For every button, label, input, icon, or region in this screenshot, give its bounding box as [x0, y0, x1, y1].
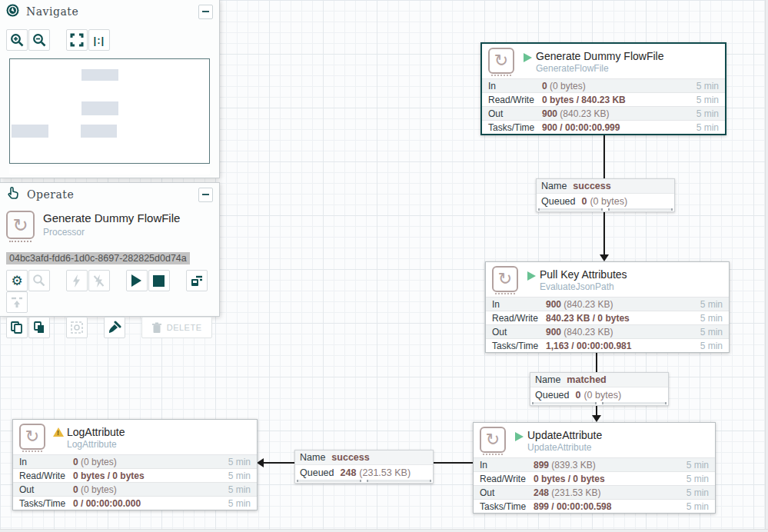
stat-row-in: In 0 (0 bytes) 5 min: [13, 454, 257, 468]
navigate-title: Navigate: [26, 5, 198, 18]
stat-row-tasks-time: Tasks/Time 0 / 00:00:00.000 5 min: [13, 496, 257, 510]
warning-status-icon: [53, 427, 64, 437]
selected-component-kind: Processor: [43, 227, 85, 238]
connection-queued-size: (231.53 KB): [359, 467, 411, 478]
component-uuid[interactable]: 04bc3afd-fdd6-1d0c-8697-282825d0d74a: [6, 252, 190, 264]
stat-window: 5 min: [700, 299, 723, 310]
stat-label: In: [480, 460, 534, 470]
stat-label: Read/Write: [19, 470, 73, 481]
provenance-button[interactable]: [28, 270, 50, 291]
minimap-block: [81, 101, 118, 115]
processor-icon: ↻: [19, 424, 45, 450]
stat-row-out: Out 900 (840.23 KB) 5 min: [482, 106, 725, 120]
processor-title: Generate Dummy FlowFile: [536, 50, 664, 62]
disable-button[interactable]: [88, 270, 110, 291]
processor-icon: ↻: [492, 266, 518, 292]
stat-label: In: [488, 81, 542, 91]
stat-row-read-write: Read/Write 0 bytes / 840.23 KB 5 min: [482, 92, 725, 106]
stat-row-read-write: Read/Write 0 bytes / 0 bytes 5 min: [474, 471, 715, 485]
processor-title: Pull Key Attributes: [540, 268, 627, 281]
processor-log-attribute[interactable]: ↻ LogAttribute LogAttribute In 0 (0 byte…: [12, 419, 258, 510]
stat-window: 5 min: [687, 474, 709, 484]
stat-label: Read/Write: [492, 313, 546, 324]
stat-label: Out: [480, 487, 534, 498]
arrowhead-down-2: [592, 415, 601, 422]
processor-generate-dummy-flowfile[interactable]: ↻ Generate Dummy FlowFile GenerateFlowFi…: [480, 42, 726, 135]
stat-window: 5 min: [228, 498, 251, 509]
color-button[interactable]: [104, 317, 125, 338]
group-button[interactable]: [66, 317, 88, 338]
zoom-fit-button[interactable]: [66, 29, 88, 51]
stat-window: 5 min: [697, 108, 719, 119]
queue-meter: [537, 208, 674, 211]
processor-title: UpdateAttribute: [527, 429, 602, 441]
canvas-vertical-scrollbar[interactable]: [765, 0, 768, 532]
processor-pull-key-attributes[interactable]: ↻ Pull Key Attributes EvaluateJsonPath I…: [485, 261, 730, 353]
queue-meter: [530, 402, 668, 405]
paint-brush-icon: [108, 321, 121, 334]
canvas-horizontal-scrollbar[interactable]: [0, 529, 768, 532]
configuration-button[interactable]: ⚙: [6, 270, 28, 291]
group-selection-icon: [70, 321, 84, 334]
stat-row-in: In 899 (839.3 KB) 5 min: [474, 457, 715, 471]
arrowhead-down-1: [600, 254, 609, 261]
paste-button[interactable]: [28, 317, 50, 338]
connection-queued-count: 0: [581, 196, 587, 207]
paste-icon: [32, 321, 46, 334]
start-button[interactable]: [126, 270, 148, 291]
hand-pointer-icon: [6, 186, 20, 203]
zoom-in-button[interactable]: [6, 29, 28, 51]
stat-window: 5 min: [687, 501, 709, 512]
lightning-bolt-icon: [71, 274, 81, 288]
queue-meter: [295, 480, 433, 483]
stat-label: In: [19, 457, 73, 467]
stat-label: Tasks/Time: [492, 341, 546, 351]
connection-queued-count: 248: [340, 467, 356, 478]
stat-row-out: Out 0 (0 bytes) 5 min: [13, 482, 257, 496]
connection-label-success-2[interactable]: Name success Queued 248 (231.53 KB): [294, 450, 434, 484]
stat-label: Tasks/Time: [19, 498, 73, 509]
zoom-actual-size-button[interactable]: |:|: [88, 29, 110, 51]
connection-queued-key: Queued: [300, 467, 334, 478]
connection-name-value: success: [573, 181, 610, 191]
operate-collapse-button[interactable]: [198, 188, 213, 202]
stop-button[interactable]: [148, 270, 170, 291]
processor-type: UpdateAttribute: [527, 442, 591, 453]
delete-button[interactable]: DELETE: [141, 317, 212, 338]
navigate-collapse-button[interactable]: [198, 5, 213, 19]
birdseye-minimap[interactable]: [9, 58, 210, 164]
stat-label: Out: [492, 327, 546, 337]
stat-window: 5 min: [687, 460, 709, 470]
connection-name-key: Name: [535, 374, 560, 385]
upload-template-icon: [10, 295, 24, 309]
zoom-out-icon: [32, 33, 47, 48]
stat-label: In: [492, 299, 546, 310]
connection-name-value: success: [331, 452, 369, 463]
stat-label: Out: [488, 108, 542, 119]
stat-row-tasks-time: Tasks/Time 899 / 00:00:00.598 5 min: [474, 499, 715, 513]
minimap-scrollbar[interactable]: [9, 167, 210, 175]
connection-queued-count: 0: [575, 390, 580, 401]
stat-row-tasks-time: Tasks/Time 1,163 / 00:00:00.981 5 min: [486, 338, 729, 352]
stop-icon: [153, 275, 165, 287]
connection-label-matched[interactable]: Name matched Queued 0 (0 bytes): [530, 372, 669, 406]
processor-update-attribute[interactable]: ↻ UpdateAttribute UpdateAttribute In 899…: [473, 422, 716, 514]
stat-row-out: Out 248 (231.53 KB) 5 min: [474, 485, 715, 499]
stat-row-in: In 0 (0 bytes) 5 min: [482, 78, 725, 92]
stat-row-read-write: Read/Write 840.23 KB / 0 bytes 5 min: [486, 311, 729, 324]
connection-queued-key: Queued: [535, 390, 569, 401]
copy-icon: [10, 321, 24, 334]
stat-row-out: Out 900 (840.23 KB) 5 min: [486, 324, 729, 338]
upload-template-button[interactable]: [6, 291, 28, 313]
running-status-icon: [515, 432, 524, 441]
zoom-out-button[interactable]: [28, 29, 50, 51]
connection-queued-size: (0 bytes): [583, 390, 621, 401]
stat-label: Tasks/Time: [480, 501, 534, 512]
enable-button[interactable]: [66, 270, 88, 291]
run-once-button[interactable]: [186, 270, 208, 291]
minimap-block: [12, 125, 48, 138]
connection-label-success-1[interactable]: Name success Queued 0 (0 bytes): [536, 178, 675, 212]
copy-button[interactable]: [6, 317, 28, 338]
stat-label: Tasks/Time: [488, 122, 542, 133]
arrowhead-left: [257, 458, 264, 467]
